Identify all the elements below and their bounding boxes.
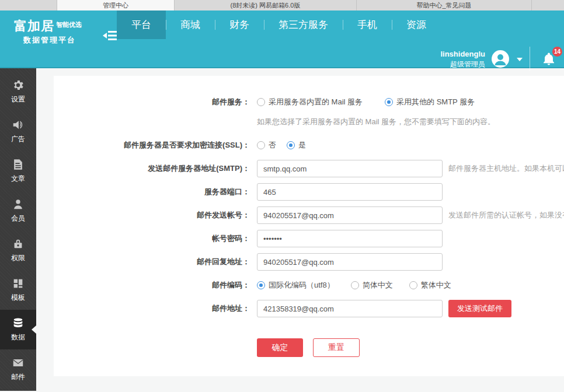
sidebar-item-label: 权限 <box>11 253 25 263</box>
password-label: 帐号密码： <box>54 233 257 244</box>
brand-tagline: 智能优选 <box>56 21 82 29</box>
user-info: linshidenglu 超级管理员 <box>440 49 485 69</box>
ssl-label: 邮件服务器是否要求加密连接(SSL)： <box>54 140 257 150</box>
content-area: 邮件服务： 采用服务器内置的 Mail 服务 采用其他的 SMTP 服务 如果您… <box>36 68 564 391</box>
nav-item-finance[interactable]: 财务 <box>215 10 264 39</box>
browser-tab-mailbox[interactable]: (8封未读) 网易邮箱6.0版 <box>175 0 357 10</box>
logo: 富加居 智能优选 数据管理平台 <box>14 19 82 45</box>
browser-tab-admin[interactable]: 管理中心 <box>57 0 175 10</box>
sidebar: 设置 广告 文章 会员 权限 模板 数据 邮件 <box>0 68 36 391</box>
mail-service-hint: 如果您选择了采用服务器内置的 Mail 服务，您不需要填写下面的内容。 <box>257 117 564 127</box>
reply-address-input[interactable] <box>257 253 443 271</box>
browser-tab-label: 管理中心 <box>103 1 128 10</box>
nav-item-label: 平台 <box>131 18 151 32</box>
nav-item-mobile[interactable]: 手机 <box>343 10 392 39</box>
browser-tab-label: 帮助中心_常见问题 <box>416 1 471 10</box>
browser-tab-label: (8封未读) 网易邮箱6.0版 <box>231 1 301 10</box>
brand-subtitle: 数据管理平台 <box>14 36 82 45</box>
divider <box>530 47 530 71</box>
speaker-icon <box>12 118 25 131</box>
nav-item-thirdparty[interactable]: 第三方服务 <box>264 10 343 39</box>
sidebar-item-data[interactable]: 数据 <box>0 310 36 349</box>
database-icon <box>12 317 25 330</box>
browser-tab-help[interactable]: 帮助中心_常见问题 <box>357 0 532 10</box>
radio-ssl-yes[interactable]: 是 <box>287 140 306 150</box>
nav-item-label: 第三方服务 <box>278 18 328 32</box>
app-header: 富加居 智能优选 数据管理平台 平台 商城 财务 第三方服务 手机 资源 <box>0 10 564 68</box>
user-area: linshidenglu 超级管理员 14 <box>440 47 556 71</box>
encoding-row: 邮件编码： 国际化编码（utf8） 简体中文 繁体中文 <box>54 276 564 294</box>
radio-ssl-no[interactable]: 否 <box>257 140 276 150</box>
browser-tabbar: 管理中心 (8封未读) 网易邮箱6.0版 帮助中心_常见问题 <box>0 0 564 10</box>
radio-mail-smtp[interactable]: 采用其他的 SMTP 服务 <box>385 97 475 107</box>
password-input[interactable] <box>257 230 443 247</box>
sidebar-item-templates[interactable]: 模板 <box>0 270 36 310</box>
menu-collapse-icon[interactable] <box>103 29 118 42</box>
brand-name: 富加居 <box>14 19 54 34</box>
ssl-row: 邮件服务器是否要求加密连接(SSL)： 否 是 <box>54 136 564 154</box>
radio-checked-icon <box>287 141 295 149</box>
account-help: 发送邮件所需的认证帐号，如果没有就 <box>448 210 564 220</box>
smtp-host-label: 发送邮件服务器地址(SMTP)： <box>54 163 257 174</box>
form-actions: 确定 重置 <box>257 338 564 357</box>
nav-item-label: 手机 <box>357 18 377 32</box>
sidebar-item-ads[interactable]: 广告 <box>0 111 36 151</box>
sidebar-item-label: 模板 <box>11 293 25 303</box>
sidebar-item-label: 邮件 <box>11 372 25 382</box>
radio-checked-icon <box>385 98 393 106</box>
radio-mail-builtin[interactable]: 采用服务器内置的 Mail 服务 <box>257 97 363 107</box>
template-icon <box>12 277 25 290</box>
article-icon <box>12 158 25 171</box>
port-input[interactable] <box>257 183 443 201</box>
sidebar-item-label: 文章 <box>11 174 25 184</box>
sidebar-item-mail[interactable]: 邮件 <box>0 349 36 389</box>
reset-button[interactable]: 重置 <box>313 338 360 357</box>
password-row: 帐号密码： <box>54 230 564 247</box>
sidebar-item-settings[interactable]: 设置 <box>0 72 36 111</box>
nav-item-label: 商城 <box>180 18 200 32</box>
nav-item-label: 资源 <box>406 18 426 32</box>
radio-icon <box>351 281 359 289</box>
sidebar-item-label: 广告 <box>11 134 25 144</box>
radio-encoding-big5[interactable]: 繁体中文 <box>409 280 451 290</box>
sidebar-item-articles[interactable]: 文章 <box>0 151 36 191</box>
encoding-label: 邮件编码： <box>54 280 257 290</box>
send-test-button[interactable]: 发送测试邮件 <box>448 300 511 317</box>
account-label: 邮件发送帐号： <box>54 210 257 220</box>
chevron-down-icon[interactable] <box>517 58 523 61</box>
nav-item-mall[interactable]: 商城 <box>166 10 215 39</box>
smtp-host-input[interactable] <box>257 160 443 177</box>
radio-encoding-utf8[interactable]: 国际化编码（utf8） <box>257 280 335 290</box>
avatar[interactable] <box>491 50 510 68</box>
lock-icon <box>12 237 25 250</box>
mail-settings-card: 邮件服务： 采用服务器内置的 Mail 服务 采用其他的 SMTP 服务 如果您… <box>54 76 564 376</box>
radio-encoding-gb[interactable]: 简体中文 <box>351 280 393 290</box>
user-name: linshidenglu <box>440 49 485 60</box>
nav-item-label: 财务 <box>229 18 249 32</box>
port-label: 服务器端口： <box>54 187 257 197</box>
test-mail-label: 邮件地址： <box>54 303 257 314</box>
sidebar-item-label: 设置 <box>11 94 25 104</box>
mail-service-row: 邮件服务： 采用服务器内置的 Mail 服务 采用其他的 SMTP 服务 <box>54 93 564 111</box>
notification-badge: 14 <box>552 47 562 57</box>
smtp-host-help: 邮件服务器主机地址。如果本机可以发 <box>448 163 564 174</box>
notifications-button[interactable]: 14 <box>542 51 556 66</box>
port-row: 服务器端口： <box>54 183 564 201</box>
sidebar-item-permissions[interactable]: 权限 <box>0 230 36 270</box>
reply-row: 邮件回复地址： <box>54 253 564 271</box>
radio-icon <box>409 281 417 289</box>
sidebar-item-members[interactable]: 会员 <box>0 191 36 230</box>
nav-item-platform[interactable]: 平台 <box>117 10 166 39</box>
radio-checked-icon <box>257 281 265 289</box>
nav-item-resource[interactable]: 资源 <box>392 10 441 39</box>
user-role: 超级管理员 <box>440 60 485 69</box>
smtp-host-row: 发送邮件服务器地址(SMTP)： 邮件服务器主机地址。如果本机可以发 <box>54 160 564 177</box>
radio-icon <box>257 141 265 149</box>
account-row: 邮件发送帐号： 发送邮件所需的认证帐号，如果没有就 <box>54 206 564 224</box>
test-address-input[interactable] <box>257 300 443 317</box>
member-icon <box>12 198 25 211</box>
reply-label: 邮件回复地址： <box>54 257 257 267</box>
sender-account-input[interactable] <box>257 206 443 224</box>
submit-button[interactable]: 确定 <box>257 338 303 357</box>
mail-icon <box>12 356 25 369</box>
